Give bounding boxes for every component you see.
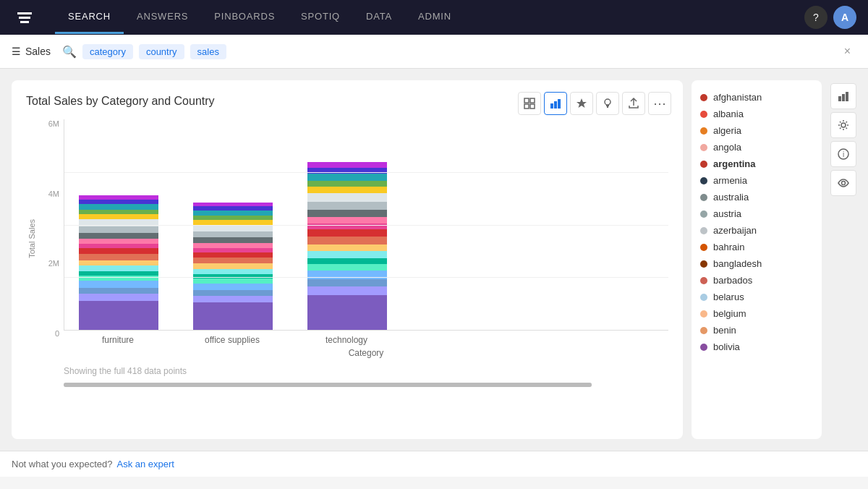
legend-dot: [700, 294, 707, 301]
y-axis: 6M 4M 2M 0: [38, 119, 64, 358]
stacked-bar-furniture: [79, 171, 158, 330]
legend-label: belarus: [713, 292, 744, 302]
info-button[interactable]: i: [830, 141, 856, 167]
legend-label: bangladesh: [713, 258, 762, 269]
legend-item[interactable]: australia: [700, 189, 813, 205]
legend-label: belgium: [713, 308, 746, 319]
nav-right: ? A: [804, 6, 856, 29]
legend-dot: [700, 244, 707, 251]
nav-data[interactable]: DATA: [353, 1, 405, 34]
nav-search[interactable]: SEARCH: [55, 1, 124, 34]
svg-point-14: [842, 182, 846, 185]
top-navigation: SEARCH ANSWERS PINBOARDS SPOTIQ DATA ADM…: [0, 0, 868, 35]
legend-item[interactable]: bolivia: [700, 339, 813, 355]
sidebar-chart-button[interactable]: [830, 83, 856, 109]
settings-button[interactable]: [830, 112, 856, 138]
legend-label: afghanistan: [713, 92, 762, 103]
svg-rect-2: [524, 104, 529, 109]
not-expected-text: Not what you expected?: [12, 459, 112, 469]
legend-dot: [700, 161, 707, 168]
nav-spotiq[interactable]: SPOTIQ: [288, 1, 353, 34]
stacked-bars: [64, 119, 668, 331]
tag-sales[interactable]: sales: [190, 44, 226, 59]
legend-dot: [700, 94, 707, 101]
clear-search-button[interactable]: ×: [838, 42, 856, 61]
legend-label: angola: [713, 142, 741, 153]
legend-dot: [700, 277, 707, 284]
svg-rect-8: [838, 96, 841, 101]
legend-item[interactable]: angola: [700, 139, 813, 156]
x-label-furniture: furniture: [78, 335, 158, 345]
logo[interactable]: [12, 4, 38, 30]
nav-admin[interactable]: ADMIN: [405, 1, 464, 34]
legend-item[interactable]: armenia: [700, 172, 813, 189]
bar-furniture: [79, 171, 158, 330]
tag-category[interactable]: category: [82, 44, 133, 59]
avatar-button[interactable]: A: [833, 6, 856, 29]
legend-item[interactable]: azerbaijan: [700, 222, 813, 239]
legend-item[interactable]: albania: [700, 106, 813, 122]
svg-rect-4: [550, 103, 553, 109]
nav-pinboards[interactable]: PINBOARDS: [201, 1, 288, 34]
legend-item[interactable]: argentina: [700, 156, 813, 172]
data-note: Showing the full 418 data points: [64, 366, 187, 376]
chart-view-button[interactable]: [544, 92, 567, 115]
legend-item[interactable]: austria: [700, 205, 813, 222]
legend-label: argentina: [713, 158, 756, 169]
bars-container: furniture office supplies technology Cat…: [64, 119, 668, 358]
y-label-4m: 4M: [38, 190, 59, 198]
legend-label: bolivia: [713, 341, 740, 352]
legend-label: bahrain: [713, 242, 744, 252]
tag-country[interactable]: country: [139, 44, 184, 59]
list-icon: ☰: [12, 46, 21, 57]
legend-dot: [700, 310, 707, 318]
more-options-button[interactable]: ⋯: [648, 92, 671, 115]
svg-point-7: [605, 99, 610, 105]
share-button[interactable]: [622, 92, 645, 115]
table-view-button[interactable]: [518, 92, 541, 115]
data-source-label: Sales: [25, 46, 51, 57]
chart-scrollbar-track[interactable]: [64, 383, 592, 387]
view-button[interactable]: [830, 170, 856, 196]
legend-item[interactable]: afghanistan: [700, 89, 813, 106]
legend-item[interactable]: barbados: [700, 272, 813, 289]
legend-label: algeria: [713, 125, 741, 136]
legend-dot: [700, 144, 707, 151]
y-axis-label: Total Sales: [26, 119, 38, 358]
legend-item[interactable]: belarus: [700, 289, 813, 305]
legend-label: barbados: [713, 275, 752, 286]
ask-expert-link[interactable]: Ask an expert: [116, 459, 174, 469]
chart-card: Total Sales by Category and Country: [12, 80, 683, 439]
pin-button[interactable]: [570, 92, 593, 115]
y-label-2m: 2M: [38, 259, 59, 268]
legend-label: armenia: [713, 175, 747, 186]
y-label-6m: 6M: [38, 119, 59, 128]
legend-dot: [700, 127, 707, 135]
legend-item[interactable]: belgium: [700, 305, 813, 322]
legend-dot: [700, 260, 707, 268]
bar-technology: [307, 135, 387, 330]
data-source-selector[interactable]: ☰ Sales: [12, 46, 51, 57]
logo-icon: [12, 4, 38, 30]
svg-rect-0: [524, 98, 529, 103]
x-label-technology: technology: [307, 335, 386, 345]
chart-toolbar: ⋯: [518, 92, 671, 115]
legend-item[interactable]: algeria: [700, 122, 813, 139]
insight-button[interactable]: [596, 92, 619, 115]
legend-item[interactable]: bahrain: [700, 239, 813, 255]
help-button[interactable]: ?: [804, 6, 827, 29]
chart-scrollbar-thumb[interactable]: [64, 383, 592, 387]
svg-rect-3: [530, 104, 535, 109]
legend-item[interactable]: bangladesh: [700, 255, 813, 272]
nav-answers[interactable]: ANSWERS: [124, 1, 201, 34]
search-icon: 🔍: [62, 45, 77, 59]
x-axis-label: Category: [64, 348, 668, 358]
legend-dot: [700, 227, 707, 234]
svg-text:i: i: [843, 150, 844, 158]
bar-office-supplies: [193, 185, 273, 330]
legend-label: austria: [713, 208, 741, 219]
legend-item[interactable]: benin: [700, 322, 813, 339]
legend-label: australia: [713, 192, 749, 203]
legend-dot: [700, 211, 707, 218]
legend-dot: [700, 344, 707, 351]
